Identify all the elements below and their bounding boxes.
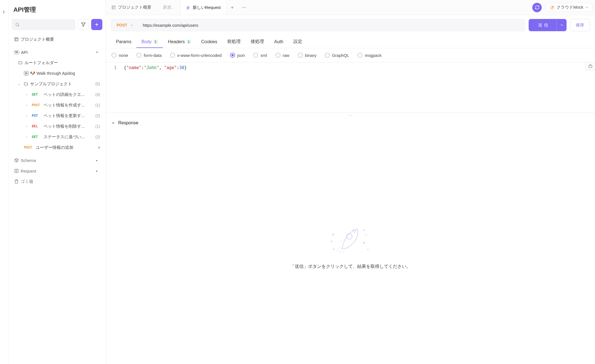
url-input[interactable] — [139, 19, 525, 31]
send-button[interactable]: 送信 — [529, 19, 557, 31]
tree-label: プロジェクト概要 — [21, 37, 100, 42]
cloud-mock-button[interactable]: ク クラウドMock — [546, 3, 593, 12]
api-count-badge: 96 — [14, 50, 19, 54]
tab-add-button[interactable] — [226, 0, 238, 15]
radio-label: msgpack — [365, 53, 381, 58]
radio-label: x-www-form-urlencoded — [177, 53, 222, 58]
tab-headers[interactable]: Headers 1 — [163, 36, 196, 48]
sync-icon — [535, 5, 540, 10]
tree-sample-project[interactable]: ⌄ サンプルプロジェクト (5) — [12, 79, 102, 89]
tree-label: Schema — [21, 158, 95, 163]
tree-api-item[interactable]: ›DELペット情報を削除す...(1) — [12, 121, 102, 132]
body-type-none[interactable]: none — [112, 53, 128, 58]
markdown-icon: M — [24, 71, 28, 76]
body-type-raw[interactable]: raw — [275, 53, 289, 58]
add-button[interactable] — [91, 19, 102, 30]
body-type-graphql[interactable]: GraphQL — [325, 53, 349, 58]
svg-point-0 — [16, 23, 19, 26]
sidebar-tree: プロジェクト概要 96 API ▾ ルートフォルダー M 🐶 Walk thro… — [12, 34, 102, 361]
tab-auth[interactable]: Auth — [269, 36, 288, 48]
plus-icon — [230, 5, 234, 10]
body-type-form-data[interactable]: form-data — [136, 53, 161, 58]
folder-icon — [23, 81, 28, 86]
tree-root-folder[interactable]: ルートフォルダー — [12, 57, 102, 68]
sidebar-title: API管理 — [12, 6, 102, 19]
tree-api-item[interactable]: ›GETステータスに基づい...(2) — [12, 132, 102, 142]
tree-api-item[interactable]: ›POSTペット情報を作成す...(1) — [12, 100, 102, 110]
tab-settings[interactable]: 設定 — [288, 36, 307, 48]
tab-cookies[interactable]: Cookies — [196, 36, 222, 48]
format-button[interactable] — [586, 62, 595, 70]
body-type-binary[interactable]: binary — [298, 53, 316, 58]
response-header[interactable]: Response — [106, 118, 595, 127]
tab-label: 新規... — [163, 5, 175, 10]
headers-count-badge: 1 — [187, 40, 191, 44]
radio-label: xml — [260, 53, 267, 58]
chevron-right-icon: › — [26, 103, 30, 107]
json-editor[interactable]: 1 {"name":"John", "age":30} — [106, 62, 595, 73]
tree-api-item[interactable]: ›GETペットの詳細をクエ...(4) — [12, 89, 102, 100]
radio-label: json — [237, 53, 245, 58]
tab-more-button[interactable] — [238, 0, 250, 15]
tree-label: ゴミ箱 — [21, 179, 100, 184]
briefcase-icon — [588, 64, 592, 68]
radio-label: none — [119, 53, 128, 58]
tree-count: (2) — [95, 135, 100, 139]
body-type-json[interactable]: json — [230, 53, 245, 58]
tree-count: (1) — [95, 124, 100, 128]
tree-schema[interactable]: Schema ▸ — [12, 155, 102, 166]
method-badge: POST — [24, 145, 34, 149]
sync-button[interactable] — [532, 3, 542, 12]
body-type-msgpack[interactable]: msgpack — [357, 53, 381, 58]
response-empty-state: 「送信」ボタンをクリックして、結果を取得してください。 — [106, 127, 595, 364]
tab-label: プロジェクト概要 — [118, 5, 151, 10]
tree-label: ペット情報を削除す... — [43, 124, 94, 129]
tree-label: サンプルプロジェクト — [30, 81, 94, 87]
radio-label: binary — [305, 53, 316, 58]
body-type-urlencoded[interactable]: x-www-form-urlencoded — [170, 53, 222, 58]
radio-label: form-data — [144, 53, 161, 58]
method-value: POST — [117, 23, 127, 27]
svg-point-10 — [333, 249, 334, 249]
tree-count: (5) — [95, 82, 100, 86]
tab-post[interactable]: 後処理 — [246, 36, 269, 48]
send-dropdown[interactable] — [557, 19, 567, 31]
chevron-right-icon: › — [26, 125, 30, 128]
method-select[interactable]: POST — [111, 19, 139, 31]
tab-pre[interactable]: 前処理 — [222, 36, 246, 48]
tree-current-request[interactable]: POST ユーザー情報の追加 — [12, 142, 102, 153]
bolt-icon — [186, 6, 190, 10]
layout-icon — [112, 5, 116, 9]
folder-icon — [18, 60, 23, 65]
line-number: 1 — [106, 65, 121, 70]
tree-api-root[interactable]: 96 API ▾ — [12, 47, 102, 57]
tree-trash[interactable]: ゴミ箱 — [12, 176, 102, 187]
plus-icon — [94, 22, 99, 27]
tab-body[interactable]: Body 1 — [136, 36, 163, 48]
tab-new-placeholder[interactable]: 新規... — [157, 0, 180, 15]
method-badge: PUT — [32, 114, 42, 118]
chevron-right-icon: › — [26, 114, 30, 117]
filter-button[interactable] — [78, 19, 89, 30]
chevron-down-icon: ⌄ — [18, 82, 22, 86]
tab-overview[interactable]: プロジェクト概要 — [106, 0, 157, 15]
request-tabs: Params Body 1 Headers 1 Cookies 前処理 後処理 … — [106, 36, 595, 48]
tree-project-overview[interactable]: プロジェクト概要 — [12, 34, 102, 45]
tree-api-item[interactable]: ›PUTペット情報を更新す...(2) — [12, 110, 102, 121]
tree-count: (4) — [95, 92, 100, 97]
chevron-down-icon — [130, 23, 134, 27]
save-button[interactable]: 保存 — [570, 19, 590, 31]
pane-resize-handle[interactable]: ··· — [106, 113, 595, 118]
body-type-selector: none form-data x-www-form-urlencoded jso… — [106, 48, 595, 62]
body-type-xml[interactable]: xml — [253, 53, 267, 58]
sidebar: API管理 プロジェクト概要 96 API ▾ — [8, 0, 106, 364]
tree-request[interactable]: Request ▸ — [12, 166, 102, 176]
tab-active-request[interactable]: 新しいRequest — [180, 0, 227, 15]
tab-params[interactable]: Params — [111, 36, 136, 48]
tree-label: 🐶 Walk through Apidog — [30, 71, 100, 76]
left-rail-item[interactable]: ト — [1, 6, 7, 14]
radio-label: GraphQL — [332, 53, 349, 58]
tree-walkthrough[interactable]: M 🐶 Walk through Apidog — [12, 68, 102, 79]
search-input[interactable] — [12, 19, 76, 30]
svg-point-6 — [245, 7, 246, 8]
